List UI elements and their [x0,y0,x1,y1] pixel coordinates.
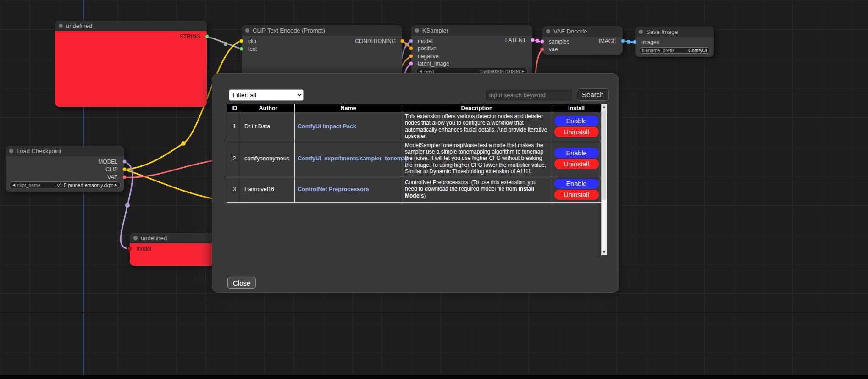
input-pin-text[interactable] [239,47,243,51]
enable-button[interactable]: Enable [554,148,599,158]
node-header[interactable]: KSampler [411,25,532,36]
slot-label: negative [418,53,438,60]
input-pin-model[interactable] [127,247,132,251]
cell-id: 2 [227,141,242,176]
output-slot-model: MODEL [6,159,124,165]
output-pin-model[interactable] [122,159,127,164]
enable-button[interactable]: Enable [554,116,599,126]
uninstall-button[interactable]: Uninstall [554,159,599,169]
collapse-dot-icon[interactable] [9,149,13,153]
input-slot-positive: positive [411,45,532,52]
col-header-description: Description [402,104,552,112]
node-canvas[interactable]: undefined STRING CLIP Text Encode (Promp… [0,0,868,379]
wire-dot-clip [181,141,186,146]
input-pin-negative[interactable] [409,54,413,58]
node-title: VAE Decode [553,28,587,35]
node-clip-text-encode[interactable]: CLIP Text Encode (Prompt) clip text COND… [242,25,402,77]
slot-label: CONDITIONING [355,38,396,44]
node-load-checkpoint[interactable]: Load Checkpoint MODEL CLIP VAE ◀ ckpt_na… [6,146,124,192]
ckpt-name-widget[interactable]: ◀ ckpt_name v1-5-pruned-emaonly.ckpt ▶ [9,181,121,188]
input-pin-positive[interactable] [409,46,413,50]
output-pin-latent[interactable] [531,38,535,42]
manager-dialog: Filter: all Search ID Author Name Descri… [212,73,619,293]
filter-select[interactable]: Filter: all [229,89,304,101]
col-header-id: ID [227,104,242,112]
collapse-dot-icon[interactable] [415,28,419,33]
widget-value: ComfyUI [688,48,707,53]
node-header[interactable]: Save Image [635,27,714,37]
input-slot-vae: vae [542,46,623,53]
scrollbar-down-icon[interactable]: ▼ [602,249,607,255]
table-row: 2 comfyanonymous ComfyUI_experiments/sam… [227,141,601,176]
node-ksampler[interactable]: KSampler model positive negative latent_… [411,25,532,76]
collapse-dot-icon[interactable] [546,29,550,33]
node-header[interactable]: CLIP Text Encode (Prompt) [242,25,402,36]
table-header-row: ID Author Name Description Install [227,104,601,112]
output-pin-conditioning[interactable] [400,39,404,43]
node-header[interactable]: Load Checkpoint [6,146,124,156]
description-text: ControlNet Preprocessors. (To use this e… [405,179,536,192]
close-button[interactable]: Close [227,277,256,289]
widget-name: ckpt_name [17,182,40,188]
decrement-arrow-icon[interactable]: ◀ [419,69,422,73]
cell-name: ComfyUI_experiments/sampler_tonemap [295,141,402,176]
collapse-dot-icon[interactable] [59,24,63,28]
cell-author: Fannovel16 [242,176,295,202]
wire-dot-model [125,203,130,208]
collapse-dot-icon[interactable] [245,28,249,33]
node-undefined-top[interactable]: undefined STRING [55,21,207,107]
input-pin-images[interactable] [633,40,637,44]
scrollbar-up-icon[interactable]: ▲ [602,104,607,110]
extension-link[interactable]: ComfyUI_experiments/sampler_tonemap [298,155,409,162]
output-slot-clip: CLIP [6,166,124,173]
wire-model-down-b [121,205,130,249]
uninstall-button[interactable]: Uninstall [554,127,599,137]
input-slot-latent-image: latent_image [411,60,532,67]
slot-label: latent_image [418,60,449,67]
output-pin-clip[interactable] [122,167,127,171]
decrement-arrow-icon[interactable]: ◀ [12,183,15,187]
search-input[interactable] [486,90,572,100]
extension-table: ID Author Name Description Install 1 Dr.… [227,104,601,203]
filename-prefix-widget[interactable]: filename_prefix ComfyUI [639,47,710,54]
collapse-dot-icon[interactable] [639,30,643,34]
cell-install: Enable Uninstall [552,112,601,141]
table-row: 3 Fannovel16 ControlNet Preprocessors Co… [227,176,601,202]
node-header[interactable]: VAE Decode [542,26,623,37]
output-pin-image[interactable] [621,39,625,43]
col-header-author: Author [242,104,295,112]
node-title: KSampler [422,27,448,34]
input-slot-model: model [130,246,221,252]
extension-link[interactable]: ComfyUI Impact Pack [298,123,356,130]
output-slot-vae: VAE [6,174,124,181]
cell-install: Enable Uninstall [552,141,601,176]
wire-vae-right [124,160,216,177]
output-pin-string[interactable] [205,34,209,38]
increment-arrow-icon[interactable]: ▶ [522,69,525,73]
uninstall-button[interactable]: Uninstall [554,190,599,200]
cell-install: Enable Uninstall [552,176,601,202]
collapse-dot-icon[interactable] [133,236,138,240]
slot-label: images [641,39,659,45]
node-vae-decode[interactable]: VAE Decode samples vae IMAGE [542,26,623,55]
wire-dot-image [627,40,630,44]
slot-label: VAE [107,174,118,181]
node-header[interactable]: undefined [55,21,207,31]
input-slot-text: text [242,46,402,52]
wire-clip-negative [124,170,216,199]
node-header[interactable]: undefined [130,233,221,243]
description-text: This extension offers various detector n… [405,113,547,139]
slot-label: IMAGE [598,38,616,44]
table-scrollbar[interactable]: ▲ ▼ [601,104,607,255]
input-slot-images: images [635,39,714,45]
output-pin-vae[interactable] [122,175,127,179]
extension-link[interactable]: ControlNet Preprocessors [298,186,369,192]
increment-arrow-icon[interactable]: ▶ [115,183,117,187]
node-undefined-bottom[interactable]: undefined model [130,233,221,266]
enable-button[interactable]: Enable [554,179,599,189]
scrollbar-thumb[interactable] [602,110,606,200]
node-save-image[interactable]: Save Image images filename_prefix ComfyU… [635,27,714,57]
search-button[interactable]: Search [577,88,609,101]
input-pin-vae[interactable] [540,47,544,51]
input-pin-latent-image[interactable] [409,61,413,66]
